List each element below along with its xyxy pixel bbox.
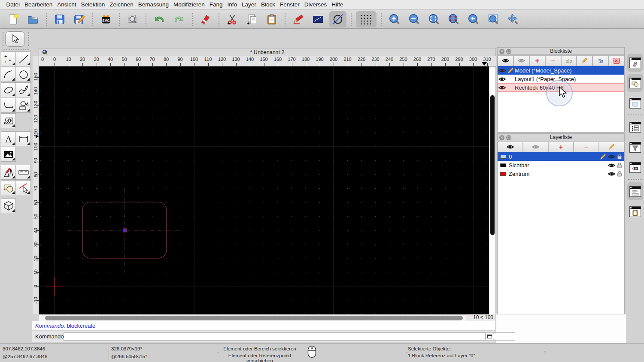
menu-item-fang[interactable]: Fang xyxy=(207,1,225,8)
edit-block-button[interactable] xyxy=(577,55,592,66)
undo-button[interactable] xyxy=(151,11,168,27)
solid-3d-tool-button[interactable] xyxy=(1,198,16,213)
circle-line-button[interactable] xyxy=(329,11,346,27)
polygon-tool-button[interactable] xyxy=(16,98,31,113)
rename-block-button[interactable]: a|b xyxy=(561,55,577,66)
drawing-canvas[interactable] xyxy=(39,66,489,314)
command-dock-toggle-button[interactable] xyxy=(627,182,643,200)
modify-shapes-tool-button[interactable] xyxy=(1,180,16,195)
snap-tool-button[interactable] xyxy=(16,180,31,195)
insert-block-button[interactable] xyxy=(592,55,608,66)
clipboard-dock-toggle-button[interactable] xyxy=(627,202,643,220)
remove-block-button[interactable]: − xyxy=(545,55,561,66)
copy-button[interactable]: + xyxy=(243,11,261,27)
add-layer-button[interactable]: + xyxy=(548,142,574,152)
layerliste-titlebar[interactable]: ✕ ❐ Layerliste xyxy=(497,133,625,141)
vertical-scrollbar[interactable] xyxy=(489,66,495,314)
save-button[interactable] xyxy=(51,11,68,27)
layer-visibility-eye-icon[interactable] xyxy=(608,171,615,177)
blockliste-titlebar[interactable]: ✕ ❐ Blockliste xyxy=(497,47,625,55)
hatch-tool-button[interactable] xyxy=(1,113,16,128)
redo-button[interactable] xyxy=(170,11,188,27)
text-tool-button[interactable]: A xyxy=(1,131,16,146)
menu-item-bemassung[interactable]: Bemassung xyxy=(136,1,171,8)
grid-toggle-button[interactable] xyxy=(356,11,377,27)
block-row-0[interactable]: Model (*Model_Space) xyxy=(498,66,624,75)
zoom-out-button[interactable] xyxy=(406,11,423,27)
polyline-tool-button[interactable] xyxy=(1,98,16,113)
measure-tool-button[interactable] xyxy=(16,165,31,180)
spline-tool-button[interactable] xyxy=(16,82,31,97)
block-visibility-eye-icon[interactable] xyxy=(498,85,506,90)
filter-dock-toggle-button[interactable] xyxy=(627,138,643,156)
print-preview-button[interactable] xyxy=(124,11,141,27)
draw-pencil-button[interactable] xyxy=(290,11,307,27)
zoom-selected-button[interactable] xyxy=(445,11,462,27)
zoom-previous-button[interactable] xyxy=(465,11,482,27)
image-tool-button[interactable] xyxy=(1,147,16,162)
layer-row-0[interactable]: 0 xyxy=(498,152,624,161)
arc-tool-button[interactable] xyxy=(1,67,16,82)
layer-visibility-eye-icon[interactable] xyxy=(608,154,615,160)
info-dock-toggle-button[interactable] xyxy=(627,158,643,176)
cut-button[interactable]: + xyxy=(224,11,241,27)
library-dock-toggle-button[interactable] xyxy=(627,94,643,112)
menu-item-modifizieren[interactable]: Modifizieren xyxy=(171,1,207,8)
remove-layer-button[interactable]: − xyxy=(574,142,599,152)
list-dock-toggle-button[interactable] xyxy=(627,118,643,136)
paste-button[interactable] xyxy=(263,11,280,27)
edit-layer-button[interactable] xyxy=(599,142,624,152)
menu-item-hilfe[interactable]: Hilfe xyxy=(329,1,346,8)
menu-item-layer[interactable]: Layer xyxy=(240,1,259,8)
menu-item-block[interactable]: Block xyxy=(258,1,277,8)
selection-tool-button[interactable] xyxy=(5,31,25,47)
zoom-window-button[interactable] xyxy=(485,11,502,27)
show-all-layers-button[interactable] xyxy=(498,142,523,152)
layer-lock-icon[interactable] xyxy=(617,162,622,168)
menu-item-fenster[interactable]: Fenster xyxy=(277,1,302,8)
circle-tool-button[interactable] xyxy=(16,67,31,82)
dimension-box-button[interactable] xyxy=(310,11,327,27)
vertical-scrollbar-thumb[interactable] xyxy=(490,95,495,235)
menu-item-selektion[interactable]: Selektion xyxy=(79,1,107,8)
hide-all-blocks-button[interactable] xyxy=(513,55,529,66)
save-as-button[interactable] xyxy=(71,11,88,27)
cad-tools-tool-button[interactable] xyxy=(1,165,16,180)
dimension-tool-button[interactable] xyxy=(16,131,31,146)
layer-lock-icon[interactable] xyxy=(617,154,622,160)
zoom-auto-button[interactable] xyxy=(425,11,443,27)
menu-item-datei[interactable]: Datei xyxy=(4,1,22,8)
block-visibility-eye-icon[interactable] xyxy=(498,76,506,82)
layer-visibility-eye-icon[interactable] xyxy=(608,163,615,168)
zoom-in-button[interactable] xyxy=(386,11,403,27)
menu-item-bearbeiten[interactable]: Bearbeiten xyxy=(22,1,55,8)
points-tool-button[interactable]: +++ xyxy=(1,51,16,66)
command-detach-button[interactable] xyxy=(485,333,494,340)
eraser-button[interactable] xyxy=(197,11,214,27)
show-all-blocks-button[interactable] xyxy=(498,55,513,66)
block-visibility-eye-icon[interactable] xyxy=(498,68,506,73)
menu-item-ansicht[interactable]: Ansicht xyxy=(55,1,79,8)
line-tool-button[interactable] xyxy=(16,51,31,66)
hide-all-layers-button[interactable] xyxy=(523,142,548,152)
block-dock-toggle-button[interactable] xyxy=(627,74,643,92)
pen-dock-toggle-button[interactable] xyxy=(627,54,643,72)
new-file-button[interactable] xyxy=(5,11,22,27)
menu-item-zeichnen[interactable]: Zeichnen xyxy=(107,1,136,8)
layer-row-Zentrum[interactable]: Zentrum xyxy=(498,169,624,178)
delete-block-button[interactable]: ✕ xyxy=(608,55,624,66)
horizontal-scrollbar-thumb[interactable] xyxy=(45,316,463,320)
command-input[interactable] xyxy=(64,332,515,341)
add-block-button[interactable]: + xyxy=(529,55,545,66)
export-svg-button[interactable]: SVG xyxy=(97,11,115,27)
block-edit-pencil-icon[interactable] xyxy=(506,67,515,74)
layer-edit-pencil-icon[interactable] xyxy=(600,154,606,160)
menu-item-info[interactable]: Info xyxy=(225,1,240,8)
open-file-button[interactable] xyxy=(24,11,42,27)
zoom-pan-button[interactable] xyxy=(504,11,522,27)
layer-lock-icon[interactable] xyxy=(617,171,622,177)
document-titlebar[interactable]: * Unbenannt 2 xyxy=(39,48,496,56)
ellipse-tool-button[interactable] xyxy=(1,82,16,97)
horizontal-scrollbar[interactable] xyxy=(39,314,466,321)
layer-row-Sichtbar[interactable]: Sichtbar xyxy=(498,161,624,169)
